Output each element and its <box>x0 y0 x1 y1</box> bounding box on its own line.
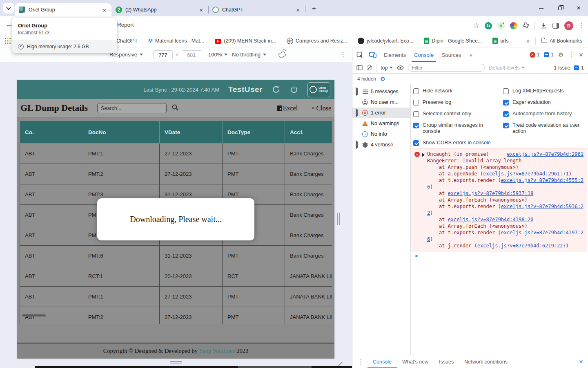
grammarly-extension-icon[interactable]: G <box>485 22 492 29</box>
extension-icon[interactable] <box>497 22 505 29</box>
tab-search-button[interactable] <box>3 3 14 13</box>
viewport-resize-handle-right[interactable] <box>337 213 341 225</box>
close-report-button[interactable]: ×Close <box>312 105 331 112</box>
drawer-tab-what-s-new[interactable]: What's new <box>397 355 434 368</box>
color-wheel-extension-icon[interactable] <box>510 22 517 29</box>
bookmark-item[interactable]: urls <box>492 38 508 44</box>
rotate-viewport-button[interactable] <box>279 52 285 57</box>
expand-triangle-icon[interactable] <box>356 110 359 116</box>
table-row[interactable]: ABTRCT:120-12-2023RCTJANATA BANK LIM <box>20 266 332 287</box>
maximize-button[interactable] <box>550 0 569 16</box>
stack-source-link[interactable]: exceljs.js?v=87e79b4d:6219:227 <box>477 243 566 249</box>
checkbox-icon[interactable] <box>413 88 419 94</box>
downloads-icon[interactable] <box>540 22 547 29</box>
device-toolbar-toggle-icon[interactable] <box>369 52 376 58</box>
table-row[interactable]: ABTPMT:227-12-2023PMTJANATA BANK LIM <box>20 307 332 324</box>
power-logout-icon[interactable] <box>290 85 298 94</box>
horizontal-scrollbar-thumb[interactable] <box>22 314 46 316</box>
close-window-button[interactable]: × <box>569 0 588 16</box>
console-sidebar-item[interactable]: No warnings <box>352 118 410 129</box>
table-row[interactable]: ABTPMT:127-12-2023PMTJANATA BANK LIM <box>20 287 332 307</box>
console-error-message[interactable]: ✕ Uncaught (in promise) exceljs.js?v=87e… <box>411 148 587 252</box>
expand-triangle-icon[interactable] <box>356 142 359 148</box>
viewport-width-input[interactable] <box>153 50 173 59</box>
refresh-icon[interactable] <box>272 85 281 94</box>
devtools-close-button[interactable]: × <box>579 51 583 59</box>
checkbox-checked-icon[interactable] <box>503 100 509 105</box>
stack-source-link[interactable]: exceljs.js?v=87e79b4d:5937:18 <box>448 191 534 196</box>
console-error-count[interactable]: ✕1 <box>530 52 540 58</box>
stack-source-link[interactable]: exceljs.js?v=87e79b4d:4398:20 <box>448 217 534 222</box>
console-setting[interactable]: Hide network <box>413 88 503 94</box>
console-prompt-chevron[interactable]: > <box>415 253 418 259</box>
excel-export-button[interactable]: xExcel <box>277 105 298 112</box>
console-setting[interactable]: Preserve log <box>413 99 503 105</box>
devtools-tab-console[interactable]: Console <box>410 48 438 62</box>
side-panel-icon[interactable] <box>552 23 559 29</box>
apps-grid-icon[interactable] <box>4 38 11 44</box>
console-sidebar-item[interactable]: 4 verbose <box>352 139 410 150</box>
bookmark-item[interactable]: (209) MERN Stack in... <box>215 38 276 44</box>
log-levels-select[interactable]: Default levels <box>489 65 525 71</box>
browser-tab[interactable]: ChatGPT× <box>208 3 305 16</box>
tab-close-icon[interactable]: × <box>198 7 204 13</box>
browser-menu-icon[interactable]: ⋮ <box>579 22 585 29</box>
checkbox-icon[interactable] <box>413 100 419 105</box>
error-source-link[interactable]: exceljs.js?v=87e79b4d:2961 <box>507 151 584 157</box>
console-setting[interactable]: Selected context only <box>413 111 503 117</box>
devtools-tab-elements[interactable]: Elements <box>380 48 410 62</box>
new-tab-button[interactable]: + <box>309 4 319 13</box>
bookmark-item[interactable]: MMaterial Icons - Mat... <box>148 38 204 44</box>
console-filter-input[interactable] <box>408 64 485 72</box>
zoom-select[interactable]: 100% <box>208 52 227 58</box>
bookmarks-overflow-button[interactable]: » <box>526 38 530 44</box>
console-sidebar-toggle-icon[interactable] <box>356 65 363 70</box>
console-setting[interactable]: Eager evaluation <box>503 99 588 105</box>
console-setting[interactable]: Group similar messages in console <box>413 122 503 135</box>
search-icon[interactable] <box>172 104 179 111</box>
bookmark-star-icon[interactable]: ☆ <box>473 21 479 30</box>
clear-console-icon[interactable] <box>367 65 372 70</box>
browser-tab[interactable]: Oriel Group× <box>15 3 111 16</box>
viewport-resize-handle-bottom[interactable] <box>170 361 182 364</box>
stack-source-link[interactable]: exceljs.js?v=87e79b4d:2961:71 <box>483 171 569 177</box>
table-row[interactable]: ABTPMT:127-12-2023PMTBank Charges <box>20 144 332 164</box>
drawer-tab-issues[interactable]: Issues <box>434 355 459 368</box>
issues-counter[interactable]: 1 Issue:1 <box>554 65 584 71</box>
address-bar[interactable]: Report <box>117 22 134 28</box>
devtools-settings-icon[interactable]: ⚙ <box>558 51 564 58</box>
checkbox-icon[interactable] <box>503 88 509 94</box>
browser-tab[interactable]: 2(2) WhatsApp× <box>111 3 208 16</box>
checkbox-checked-icon[interactable] <box>503 111 509 117</box>
tab-close-icon[interactable]: × <box>101 7 107 13</box>
console-sidebar-item[interactable]: No user m... <box>352 97 410 108</box>
minimize-button[interactable] <box>532 0 550 16</box>
devtools-tab-sources[interactable]: Sources <box>438 48 466 62</box>
devtools-menu-icon[interactable]: ⋮ <box>568 51 574 58</box>
execution-context-select[interactable]: top <box>381 65 393 71</box>
drawer-close-button[interactable]: × <box>579 358 583 366</box>
bookmark-item[interactable]: Dipin - Google Shee... <box>424 38 482 44</box>
bookmark-item[interactable]: ChatGPT <box>116 38 138 44</box>
viewport-height-input[interactable] <box>182 50 201 59</box>
sang-solutions-link[interactable]: Sang Solutions <box>199 348 235 355</box>
table-row[interactable]: ABTPMT:631-12-2023PMTBank Charges <box>20 246 332 266</box>
drawer-tab-network-conditions[interactable]: Network conditions <box>459 355 513 368</box>
extensions-puzzle-icon[interactable] <box>523 22 529 29</box>
checkbox-icon[interactable] <box>413 111 419 117</box>
checkbox-checked-icon[interactable] <box>413 123 419 128</box>
eye-icon[interactable] <box>397 65 404 70</box>
drawer-tab-console[interactable]: Console <box>368 355 397 368</box>
bookmark-item[interactable]: jvlcode/jvlcart: Eco... <box>358 38 413 44</box>
throttling-select[interactable]: No throttling <box>232 52 266 58</box>
console-setting[interactable]: Show CORS errors in console <box>413 140 503 146</box>
expand-triangle-icon[interactable] <box>422 153 425 157</box>
tab-close-icon[interactable]: × <box>295 7 301 13</box>
device-toolbar-menu[interactable]: ⋮ <box>340 51 346 58</box>
console-sidebar-item[interactable]: iNo info <box>352 129 410 139</box>
expand-triangle-icon[interactable] <box>356 89 359 94</box>
profile-avatar[interactable]: D <box>564 21 573 30</box>
checkbox-checked-icon[interactable] <box>413 140 419 146</box>
bookmark-item[interactable]: Compress and Resiz... <box>287 38 347 44</box>
console-setting[interactable]: Autocomplete from history <box>503 111 588 117</box>
